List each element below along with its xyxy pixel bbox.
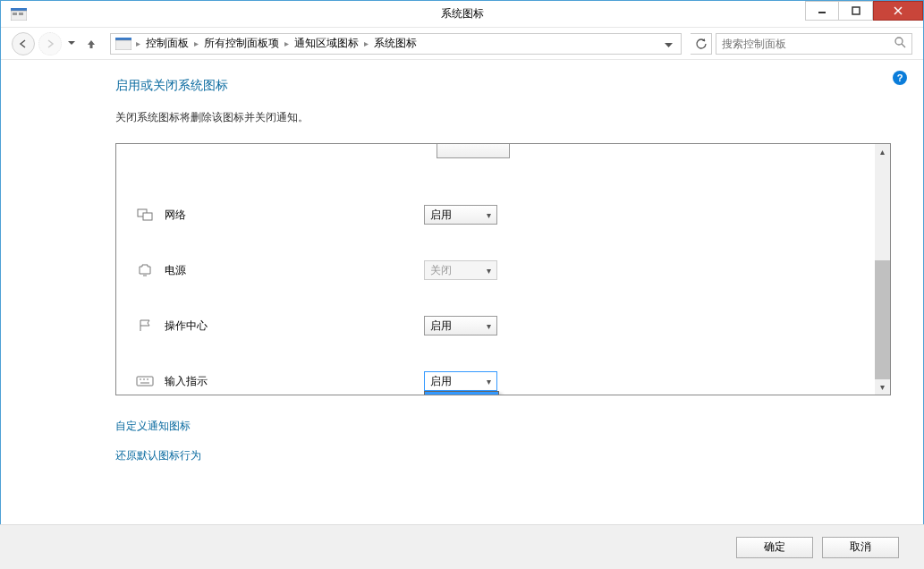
window-title: 系统图标 bbox=[441, 6, 484, 21]
svg-point-10 bbox=[895, 38, 903, 45]
list-body: 网络 启用 ▾ 电源 关闭 ▾ 操作中心 启用 bbox=[116, 144, 875, 395]
svg-rect-13 bbox=[143, 213, 152, 220]
ok-button[interactable]: 确定 bbox=[736, 537, 813, 558]
chevron-right-icon: ▸ bbox=[136, 38, 140, 48]
svg-line-11 bbox=[902, 44, 905, 47]
link-customize[interactable]: 自定义通知图标 bbox=[115, 419, 891, 434]
address-icon bbox=[114, 36, 132, 52]
titlebar: 系统图标 bbox=[1, 1, 923, 28]
page-title: 启用或关闭系统图标 bbox=[115, 78, 891, 94]
row-input-indicator: 输入指示 启用 ▾ 启用 关闭 bbox=[134, 353, 857, 395]
address-bar[interactable]: ▸ 控制面板 ▸ 所有控制面板项 ▸ 通知区域图标 ▸ 系统图标 bbox=[110, 33, 682, 55]
power-icon bbox=[134, 263, 156, 277]
app-icon bbox=[8, 4, 30, 25]
forward-button[interactable] bbox=[38, 32, 62, 55]
links: 自定义通知图标 还原默认图标行为 bbox=[115, 419, 891, 463]
nav-bar: ▸ 控制面板 ▸ 所有控制面板项 ▸ 通知区域图标 ▸ 系统图标 bbox=[1, 28, 923, 60]
crumb-control-panel[interactable]: 控制面板 bbox=[146, 36, 189, 51]
chevron-right-icon: ▸ bbox=[194, 38, 199, 48]
refresh-button[interactable] bbox=[691, 33, 712, 55]
maximize-button[interactable] bbox=[839, 1, 873, 21]
scroll-down-button[interactable]: ▾ bbox=[875, 379, 890, 395]
partial-select[interactable] bbox=[437, 143, 510, 158]
crumb-all-items[interactable]: 所有控制面板项 bbox=[204, 36, 279, 51]
up-button[interactable] bbox=[81, 34, 101, 54]
crumb-system-icons[interactable]: 系统图标 bbox=[374, 36, 417, 51]
row-label: 操作中心 bbox=[156, 318, 424, 334]
help-icon[interactable]: ? bbox=[893, 71, 907, 85]
bottom-bar: 确定 取消 bbox=[0, 524, 924, 569]
history-dropdown[interactable] bbox=[65, 34, 78, 54]
scroll-track[interactable] bbox=[875, 159, 890, 379]
chevron-right-icon: ▸ bbox=[284, 38, 289, 48]
chevron-down-icon: ▾ bbox=[487, 321, 491, 331]
window-controls bbox=[805, 1, 923, 21]
chevron-down-icon: ▾ bbox=[487, 377, 491, 386]
scroll-up-button[interactable]: ▴ bbox=[875, 144, 890, 159]
search-box[interactable] bbox=[716, 33, 912, 55]
scrollbar[interactable]: ▴ ▾ bbox=[875, 144, 890, 395]
chevron-down-icon: ▾ bbox=[487, 210, 491, 220]
option-enable[interactable]: 启用 bbox=[425, 392, 498, 395]
search-icon[interactable] bbox=[894, 36, 906, 51]
back-button[interactable] bbox=[12, 32, 35, 55]
link-restore[interactable]: 还原默认图标行为 bbox=[115, 448, 891, 463]
search-input[interactable] bbox=[722, 38, 894, 50]
row-action-center: 操作中心 启用 ▾ bbox=[134, 298, 857, 353]
page-description: 关闭系统图标将删除该图标并关闭通知。 bbox=[115, 110, 891, 125]
svg-rect-8 bbox=[115, 38, 131, 40]
chevron-down-icon: ▾ bbox=[487, 266, 491, 276]
svg-rect-3 bbox=[19, 13, 23, 15]
row-power: 电源 关闭 ▾ bbox=[134, 242, 857, 298]
row-label: 电源 bbox=[156, 263, 424, 278]
network-icon bbox=[134, 208, 156, 222]
close-button[interactable] bbox=[873, 1, 923, 21]
dropdown-popup: 启用 关闭 bbox=[424, 391, 499, 395]
svg-rect-5 bbox=[852, 7, 860, 14]
svg-rect-1 bbox=[11, 11, 27, 21]
icon-list: 网络 启用 ▾ 电源 关闭 ▾ 操作中心 启用 bbox=[115, 143, 891, 395]
flag-icon bbox=[134, 318, 156, 333]
svg-rect-0 bbox=[11, 8, 27, 11]
row-label: 网络 bbox=[156, 208, 424, 223]
breadcrumb: ▸ 控制面板 ▸ 所有控制面板项 ▸ 通知区域图标 ▸ 系统图标 bbox=[136, 36, 656, 51]
row-label: 输入指示 bbox=[156, 374, 424, 389]
select-network[interactable]: 启用 ▾ bbox=[424, 205, 497, 225]
svg-rect-2 bbox=[13, 13, 17, 15]
svg-rect-14 bbox=[137, 377, 153, 386]
content: ? 启用或关闭系统图标 关闭系统图标将删除该图标并关闭通知。 网络 启用 ▾ 电… bbox=[1, 60, 923, 523]
partial-row-top bbox=[134, 153, 857, 160]
select-power: 关闭 ▾ bbox=[424, 260, 497, 280]
keyboard-icon bbox=[134, 375, 156, 387]
select-input-indicator[interactable]: 启用 ▾ 启用 关闭 bbox=[424, 371, 497, 391]
minimize-button[interactable] bbox=[805, 1, 839, 21]
cancel-button[interactable]: 取消 bbox=[822, 537, 899, 558]
row-network: 网络 启用 ▾ bbox=[134, 187, 857, 242]
scroll-thumb[interactable] bbox=[875, 260, 890, 379]
crumb-notification-area[interactable]: 通知区域图标 bbox=[294, 36, 359, 51]
chevron-right-icon: ▸ bbox=[364, 38, 369, 48]
address-dropdown[interactable] bbox=[656, 38, 677, 50]
select-action-center[interactable]: 启用 ▾ bbox=[424, 316, 497, 335]
svg-rect-9 bbox=[115, 40, 131, 50]
